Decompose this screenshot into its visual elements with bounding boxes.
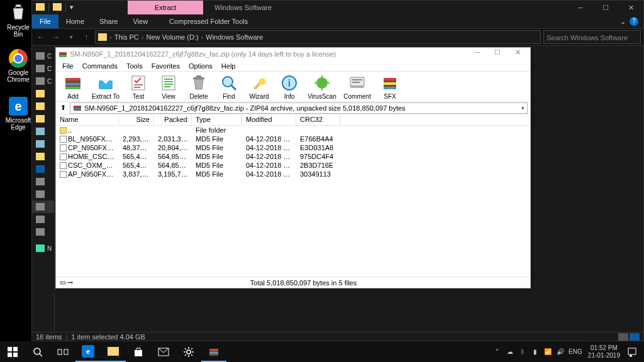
tool-info[interactable]: iInfo [277, 74, 301, 101]
taskbar-app-explorer[interactable] [101, 341, 126, 362]
task-view-button[interactable] [50, 341, 75, 362]
nav-back-button[interactable]: ← [35, 31, 47, 43]
file-row[interactable]: AP_N950FXXS5C...3,837,337,7...3,195,779,… [56, 170, 530, 178]
file-row[interactable]: CP_N950FXXU5...48,373,84220,804,747MD5 F… [56, 143, 530, 152]
ribbon-tab-file[interactable]: File [32, 14, 58, 28]
tray-language[interactable]: ENG [567, 348, 584, 355]
archive-path-box[interactable]: SM-N950F_1_20181204162227_c6jf7g88zv_fac… [70, 102, 528, 114]
tool-add[interactable]: Add [61, 74, 85, 101]
tool-find[interactable]: Find [217, 74, 241, 101]
contextual-tab-extract[interactable]: Extract [128, 1, 203, 14]
tool-sfx[interactable]: SFX [378, 74, 402, 101]
tray-battery-icon[interactable]: ▮ [529, 348, 541, 355]
tool-test[interactable]: Test [126, 74, 150, 101]
file-list-header[interactable]: Name Size Packed Type Modified CRC32 [56, 114, 530, 126]
taskbar-app-settings[interactable] [176, 341, 201, 362]
file-row[interactable]: CSC_OXM_N950...565,432,504564,854,228MD5… [56, 161, 530, 170]
tray-volume-icon[interactable]: 🔊 [554, 348, 567, 355]
tool-wizard[interactable]: Wizard [247, 74, 271, 101]
taskbar[interactable]: e ˄ ☁ ᛒ ▮ 📶 🔊 ENG 01:52 PM 21-01-2019 [0, 341, 644, 362]
file-list[interactable]: ..File folderBL_N950FXXS5C...2,293,9372,… [56, 126, 530, 178]
ribbon-tab-share[interactable]: Share [92, 14, 125, 28]
nav-up-button[interactable]: ↑ [80, 31, 92, 43]
desktop-icon-chrome[interactable]: Google Chrome [3, 49, 34, 83]
col-size[interactable]: Size [119, 114, 154, 125]
ribbon-tab-home[interactable]: Home [58, 14, 92, 28]
menu-favorites[interactable]: Favorites [152, 62, 180, 70]
nav-history-dropdown[interactable]: ▾ [65, 31, 77, 43]
address-bar[interactable]: › This PC › New Volume (D:) › Windows So… [95, 30, 541, 44]
desktop-icon-recycle-bin[interactable]: Recycle Bin [3, 1, 34, 38]
view-large-button[interactable] [630, 333, 640, 341]
ribbon-tab-view[interactable]: View [125, 14, 155, 28]
view-details-button[interactable] [618, 333, 628, 341]
explorer-titlebar[interactable]: ▾ Extract Windows Software ─ ☐ ✕ [32, 1, 643, 14]
crumb-thispc[interactable]: This PC [114, 33, 139, 41]
dropdown-icon[interactable]: ▾ [521, 105, 525, 111]
chevron-right-icon[interactable]: › [109, 33, 112, 41]
ribbon-expand-icon[interactable]: ⌄ [620, 18, 626, 26]
file-icon [60, 145, 67, 151]
system-tray[interactable]: ˄ ☁ ᛒ ▮ 📶 🔊 ENG 01:52 PM 21-01-2019 [491, 341, 644, 362]
crumb-volume[interactable]: New Volume (D:) [146, 33, 198, 41]
taskbar-app-store[interactable] [126, 341, 151, 362]
taskbar-app-winrar[interactable] [201, 341, 226, 362]
maximize-button[interactable]: ☐ [593, 1, 618, 14]
taskbar-app-mail[interactable] [151, 341, 176, 362]
explorer-nav-pane[interactable]: C C C N [32, 46, 55, 332]
show-desktop-button[interactable] [640, 341, 644, 362]
menu-commands[interactable]: Commands [82, 62, 118, 70]
search-button[interactable] [25, 341, 50, 362]
col-modified[interactable]: Modified [242, 114, 296, 125]
ribbon-tab-compressed-tools[interactable]: Compressed Folder Tools [162, 14, 255, 28]
minimize-button[interactable]: ─ [568, 1, 593, 14]
svg-line-54 [185, 348, 186, 349]
menu-help[interactable]: Help [221, 62, 236, 70]
svg-text:i: i [288, 78, 291, 89]
menu-tools[interactable]: Tools [126, 62, 143, 70]
close-button[interactable]: ✕ [618, 1, 643, 14]
tray-chevron-up-icon[interactable]: ˄ [491, 348, 504, 355]
close-button[interactable]: ✕ [508, 48, 528, 60]
taskbar-app-edge[interactable]: e [75, 341, 101, 362]
tool-delete[interactable]: Delete [187, 74, 211, 101]
nav-up-button[interactable]: ⬆ [58, 104, 67, 112]
network-icon [36, 244, 45, 252]
help-icon[interactable]: ? [630, 17, 638, 26]
desktop-icon-edge[interactable]: e Microsoft Edge [3, 97, 34, 131]
tray-onedrive-icon[interactable]: ☁ [504, 348, 516, 355]
file-icon [60, 171, 67, 178]
tray-wifi-icon[interactable]: 📶 [541, 348, 554, 355]
start-button[interactable] [0, 341, 25, 362]
menu-file[interactable]: File [62, 62, 74, 70]
file-row[interactable]: BL_N950FXXS5C...2,293,9372,031,398MD5 Fi… [56, 134, 530, 143]
col-name[interactable]: Name [56, 114, 119, 125]
tray-bluetooth-icon[interactable]: ᛒ [516, 348, 529, 355]
tool-comment[interactable]: Comment [343, 74, 372, 101]
maximize-button[interactable]: ☐ [487, 48, 508, 60]
find-icon [218, 74, 240, 92]
tool-extract-to[interactable]: Extract To [91, 74, 120, 101]
chevron-right-icon[interactable]: › [201, 33, 204, 41]
col-type[interactable]: Type [192, 114, 242, 125]
key-icon: ⊸ [67, 278, 73, 287]
col-packed[interactable]: Packed [154, 114, 192, 125]
minimize-button[interactable]: ─ [467, 48, 487, 60]
explorer-search-input[interactable]: Search Windows Software [543, 30, 641, 44]
col-crc[interactable]: CRC32 [296, 114, 340, 125]
action-center-button[interactable] [624, 341, 640, 362]
delete-icon [188, 74, 209, 92]
file-row[interactable]: ..File folder [56, 126, 530, 134]
nav-forward-button[interactable]: → [50, 31, 62, 43]
chevron-right-icon[interactable]: › [142, 33, 144, 41]
virusscan-icon [311, 74, 333, 92]
tool-view[interactable]: View [157, 74, 180, 101]
media-icon [36, 128, 45, 135]
qat-dropdown-icon[interactable]: ▾ [70, 3, 74, 12]
menu-options[interactable]: Options [189, 62, 213, 70]
tray-clock[interactable]: 01:52 PM 21-01-2019 [584, 344, 624, 359]
tool-virusscan[interactable]: VirusScan [308, 74, 336, 101]
file-row[interactable]: HOME_CSC_OX...565,412,029564,851,608MD5 … [56, 152, 530, 161]
winrar-titlebar[interactable]: SM-N950F_1_20181204162227_c6jf7g88zv_fac… [56, 48, 530, 60]
crumb-folder[interactable]: Windows Software [206, 33, 263, 41]
